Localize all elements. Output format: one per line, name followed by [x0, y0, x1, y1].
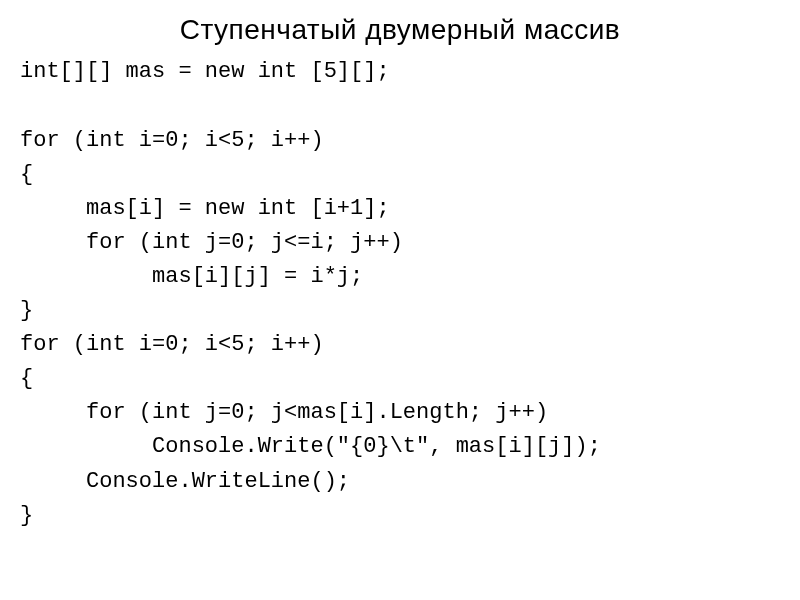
slide: Ступенчатый двумерный массив int[][] mas…	[0, 0, 800, 553]
code-block: int[][] mas = new int [5][]; for (int i=…	[20, 55, 780, 532]
slide-title: Ступенчатый двумерный массив	[20, 8, 780, 51]
